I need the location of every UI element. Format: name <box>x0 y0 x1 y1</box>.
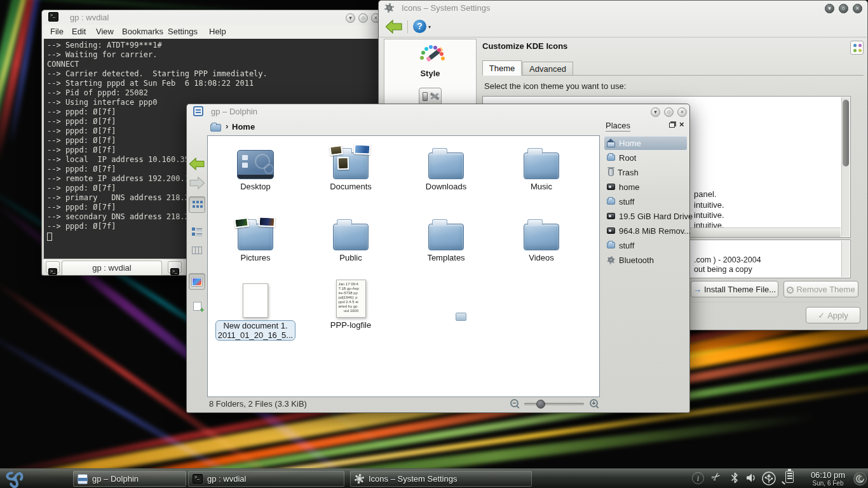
system-settings-titlebar[interactable]: Icons – System Settings ▾ ○ × <box>379 1 867 15</box>
back-button[interactable] <box>189 156 205 172</box>
remove-theme-button[interactable]: Remove Theme <box>783 281 858 297</box>
task-system-settings[interactable]: Icons – System Settings <box>350 471 532 487</box>
sidebar-item-style[interactable]: Style <box>386 41 475 83</box>
folder-view[interactable]: Desktop Documents Downloads Music <box>207 135 600 397</box>
bluetooth-icon[interactable] <box>731 471 739 487</box>
maximize-button[interactable]: ○ <box>839 4 848 13</box>
task-dolphin[interactable]: gp – Dolphin <box>73 471 186 487</box>
place-stuff-2[interactable]: stuff <box>604 238 687 252</box>
folder-item-pictures[interactable]: Pictures <box>211 212 300 262</box>
sidebar-style-label: Style <box>386 69 475 78</box>
place-trash[interactable]: Trash <box>604 165 687 179</box>
menu-bookmarks[interactable]: Bookmarks <box>122 27 163 36</box>
place-stuff[interactable]: stuff <box>604 194 687 208</box>
zoom-out-icon[interactable]: − <box>510 399 519 407</box>
help-dropdown-caret[interactable]: ▾ <box>428 24 431 30</box>
file-manager-icon <box>78 474 88 484</box>
back-button[interactable] <box>386 20 402 36</box>
folder-item-templates[interactable]: Templates <box>402 212 491 262</box>
icons-view-button[interactable] <box>189 196 205 213</box>
forward-button[interactable] <box>189 175 205 191</box>
place-home[interactable]: Home <box>604 136 687 150</box>
terminal-tab[interactable]: gp : wvdial <box>62 261 162 275</box>
preview-button[interactable] <box>189 273 205 290</box>
minimize-button[interactable]: ▾ <box>825 4 834 13</box>
columns-view-button[interactable] <box>189 242 205 259</box>
dolphin-title: gp – Dolphin <box>211 107 257 116</box>
folder-item-desktop[interactable]: Desktop <box>211 141 300 191</box>
list-scrollbar[interactable] <box>841 97 850 236</box>
logfile-preview-icon: Jan 17 09:4 7:18 gp-Asp ire-5738 pp pd[1… <box>336 280 366 318</box>
close-panel-icon[interactable]: × <box>679 119 684 129</box>
folder-item-documents[interactable]: Documents <box>306 141 395 191</box>
maximize-button[interactable]: ○ <box>664 107 674 117</box>
zoom-slider-thumb[interactable] <box>536 400 545 409</box>
folder-item-public[interactable]: Public <box>306 212 395 262</box>
menu-view[interactable]: View <box>96 27 114 36</box>
info-tray-icon[interactable]: i <box>692 472 704 484</box>
digital-clock[interactable]: 06:10 pm Sun, 6 Feb <box>805 470 851 487</box>
close-button[interactable]: × <box>853 4 862 13</box>
dolphin-toolbar: + <box>187 135 207 396</box>
scrollbar-thumb[interactable] <box>843 100 849 166</box>
place-bluetooth[interactable]: Bluetooth <box>604 253 687 267</box>
usb-device-icon[interactable] <box>761 471 776 488</box>
details-view-button[interactable] <box>189 223 205 240</box>
tool-icon <box>423 92 428 101</box>
maximize-button[interactable]: ○ <box>358 13 368 23</box>
terminal-icon: >_ <box>193 474 203 484</box>
clipboard-scissors-icon[interactable]: ✂ <box>709 469 724 485</box>
menu-file[interactable]: File <box>50 27 64 36</box>
app-launcher-button[interactable] <box>4 469 37 488</box>
dolphin-statusbar: 8 Folders, 2 Files (3.3 KiB) − + <box>187 396 689 412</box>
place-removable[interactable]: 964.8 MiB Remov... <box>604 224 687 238</box>
file-item-new-document[interactable]: New document 1. 2011_01_20_16_5... <box>211 277 300 341</box>
panel-cashew-icon[interactable] <box>853 472 867 485</box>
home-breadcrumb-icon[interactable] <box>210 124 221 132</box>
file-item-ppp-logfile[interactable]: Jan 17 09:4 7:18 gp-Asp ire-5738 pp pd[1… <box>306 277 395 330</box>
sidebar-item-workspace[interactable] <box>419 88 442 105</box>
folder-item-downloads[interactable]: Downloads <box>402 141 491 191</box>
description-scrollbar[interactable] <box>841 241 850 277</box>
hard-drive-icon <box>607 184 615 190</box>
minimize-button[interactable]: ▾ <box>651 107 660 117</box>
desktop: >_ gp : wvdial ▾ ○ × File Edit View Book… <box>0 0 868 488</box>
tab-list-button[interactable]: >_ <box>168 261 182 273</box>
task-terminal[interactable]: >_ gp : wvdial <box>188 471 344 487</box>
terminal-titlebar[interactable]: >_ gp : wvdial ▾ ○ × <box>42 10 384 25</box>
menu-help[interactable]: Help <box>209 27 226 36</box>
new-tab-button[interactable]: >_ <box>46 261 60 273</box>
folder-item-videos[interactable]: Videos <box>497 212 586 262</box>
zoom-in-icon[interactable]: + <box>590 399 598 407</box>
volume-icon[interactable] <box>746 473 757 485</box>
terminal-output-line: CONNECT <box>47 60 379 69</box>
menu-settings[interactable]: Settings <box>168 27 198 36</box>
dolphin-titlebar[interactable]: gp – Dolphin ▾ ○ × <box>187 104 689 119</box>
float-panel-icon[interactable] <box>669 123 675 128</box>
place-hard-drive[interactable]: 19.5 GiB Hard Drive <box>604 209 687 223</box>
apply-button[interactable]: ✓Apply <box>806 307 860 323</box>
tab-theme[interactable]: Theme <box>482 60 522 76</box>
close-button[interactable]: × <box>677 107 687 117</box>
pictures-folder-icon <box>238 224 273 250</box>
places-header[interactable]: Places <box>606 121 630 132</box>
terminal-output-line: --> Starting pppd at Sun Feb 6 18:08:22 … <box>47 79 379 88</box>
folder-icon <box>428 152 464 179</box>
install-theme-button[interactable]: →Install Theme File... <box>691 281 778 297</box>
dolphin-window-icon <box>193 106 203 116</box>
split-view-button[interactable]: + <box>189 298 205 315</box>
minimize-button[interactable]: ▾ <box>346 13 355 23</box>
help-button[interactable]: ? <box>413 20 426 33</box>
menu-edit[interactable]: Edit <box>72 27 86 36</box>
place-root[interactable]: Root <box>604 151 687 165</box>
place-home-partition[interactable]: home <box>604 180 687 194</box>
tab-advanced[interactable]: Advanced <box>522 62 573 76</box>
breadcrumb-home[interactable]: Home <box>232 122 255 132</box>
bluetooth-gear-icon <box>607 256 615 264</box>
terminal-window-icon: >_ <box>48 12 58 22</box>
zoom-slider-track[interactable] <box>524 403 584 405</box>
theme-description-text: out being a copy <box>694 265 752 274</box>
folder-item-music[interactable]: Music <box>497 141 586 191</box>
overview-grid-button[interactable] <box>850 41 864 55</box>
battery-icon[interactable] <box>785 471 794 483</box>
